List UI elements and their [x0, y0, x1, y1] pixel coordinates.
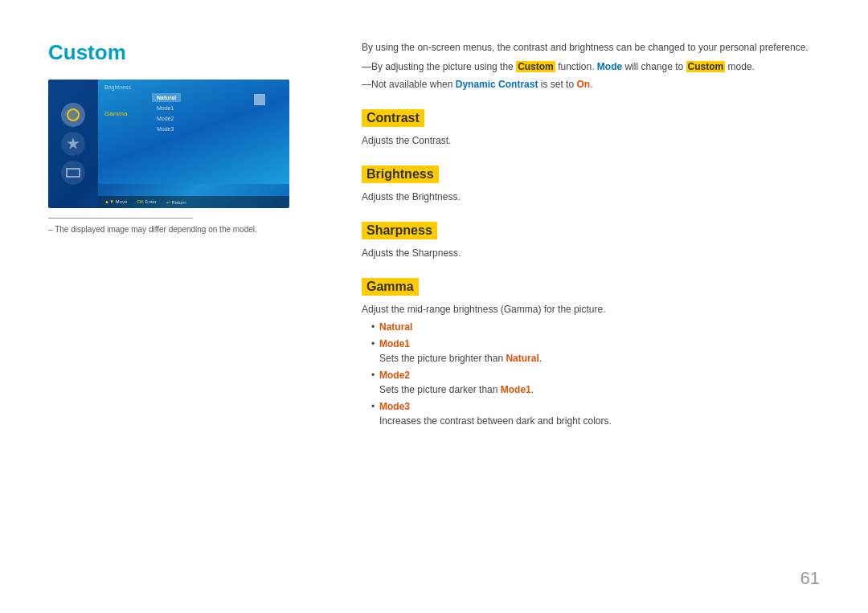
- tv-submenu-item-2: Mode2: [152, 114, 181, 123]
- gamma-list: Natural Mode1 Sets the picture brighter …: [362, 320, 820, 428]
- page-number: 61: [800, 568, 820, 589]
- tv-icon-3: [61, 161, 85, 185]
- brightness-desc: Adjusts the Brightness.: [362, 190, 820, 204]
- tv-top-label: Brightness: [98, 80, 289, 92]
- mode1-desc: Sets the picture brighter than Natural.: [379, 351, 820, 366]
- tv-bottom-bar: ▲▼ Move OK Enter ↩ Return: [98, 196, 289, 208]
- sharpness-heading: Sharpness: [362, 222, 437, 239]
- intro-bullet2: Not available when Dynamic Contrast is s…: [362, 77, 820, 92]
- footnote-text: – The displayed image may differ dependi…: [48, 225, 321, 234]
- brightness-heading: Brightness: [362, 166, 439, 183]
- tv-btn-return: ↩ Return: [166, 199, 186, 205]
- divider: [48, 218, 193, 219]
- mode3-label: Mode3: [379, 401, 410, 412]
- mode2-mode1-ref: Mode1: [501, 384, 531, 395]
- page-title: Custom: [48, 40, 321, 65]
- gamma-item-mode1: Mode1 Sets the picture brighter than Nat…: [371, 337, 820, 366]
- tv-submenu-item-1: Mode1: [152, 104, 181, 112]
- tv-menu-row: Gamma Natural Mode1 Mode2 Mode3: [98, 92, 289, 135]
- mode2-label: Mode2: [379, 370, 410, 381]
- tv-submenu-item-3: Mode3: [152, 125, 181, 133]
- tv-menu-label: Gamma: [104, 110, 149, 117]
- intro-bullet1: By adjusting the picture using the Custo…: [362, 59, 820, 74]
- mode1-label: Mode1: [379, 338, 410, 349]
- on-highlight: On: [576, 79, 590, 90]
- mode-highlight: Mode: [597, 61, 622, 72]
- tv-submenu: Natural Mode1 Mode2 Mode3: [152, 93, 181, 133]
- custom-highlight-2: Custom: [686, 61, 726, 72]
- mode1-natural-ref: Natural: [506, 353, 538, 364]
- tv-content: Brightness Gamma Natural Mode1 Mode2 Mod…: [98, 80, 289, 208]
- gamma-item-mode3: Mode3 Increases the contrast between dar…: [371, 399, 820, 428]
- dynamic-contrast-highlight: Dynamic Contrast: [456, 79, 538, 90]
- gamma-item-mode2: Mode2 Sets the picture darker than Mode1…: [371, 368, 820, 397]
- tv-icon-2: [61, 132, 85, 156]
- intro-line1: By using the on-screen menus, the contra…: [362, 40, 820, 55]
- tv-btn-move: ▲▼ Move: [104, 199, 127, 205]
- gamma-heading: Gamma: [362, 278, 419, 296]
- mode3-desc: Increases the contrast between dark and …: [379, 414, 820, 428]
- mode2-desc: Sets the picture darker than Mode1.: [379, 382, 820, 397]
- left-column: Custom Brightness: [48, 40, 346, 581]
- sharpness-desc: Adjusts the Sharpness.: [362, 246, 820, 260]
- tv-btn-enter: OK Enter: [137, 199, 157, 205]
- contrast-heading: Contrast: [362, 109, 424, 127]
- tv-icon-1: [61, 103, 85, 127]
- tv-icon-bar: [48, 80, 98, 208]
- tv-submenu-item-0: Natural: [152, 93, 181, 102]
- tv-screenshot: Brightness Gamma Natural Mode1 Mode2 Mod…: [48, 80, 289, 208]
- contrast-desc: Adjusts the Contrast.: [362, 133, 820, 148]
- gamma-item-natural: Natural: [371, 320, 820, 334]
- custom-highlight-1: Custom: [516, 61, 555, 72]
- gamma-desc: Adjust the mid-range brightness (Gamma) …: [362, 302, 820, 317]
- natural-label: Natural: [379, 321, 412, 333]
- right-column: By using the on-screen menus, the contra…: [346, 40, 820, 581]
